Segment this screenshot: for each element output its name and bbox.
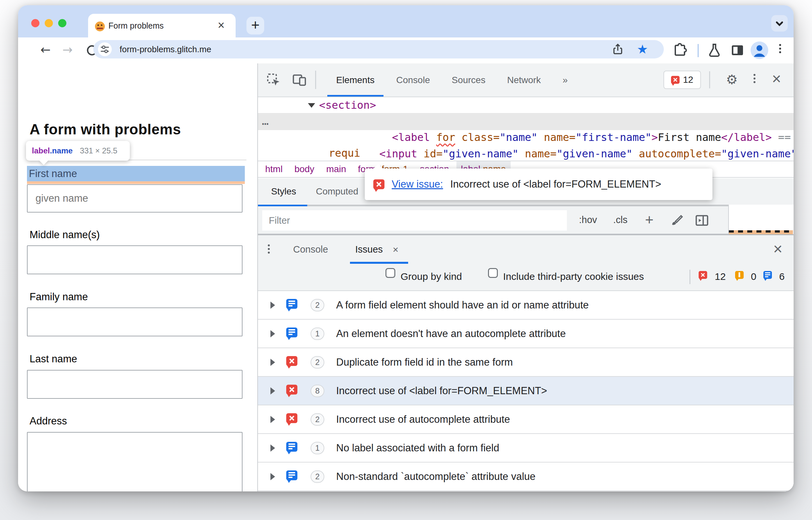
third-party-checkbox[interactable] — [488, 268, 498, 278]
tab-sources[interactable]: Sources — [441, 63, 496, 97]
issue-row[interactable]: 1 No label associated with a form field — [258, 434, 794, 463]
issue-row[interactable]: 1 An element doesn't have an autocomplet… — [258, 320, 794, 348]
issue-title[interactable]: Incorrect use of autocomplete attribute — [336, 405, 510, 434]
tab-computed[interactable]: Computed — [306, 178, 368, 205]
given-name-input[interactable] — [27, 184, 243, 212]
issue-row-selected[interactable]: 8 Incorrect use of <label for=FORM_ELEME… — [258, 377, 794, 405]
issue-title[interactable]: Duplicate form field id in the same form — [336, 348, 513, 377]
code-token: "given-name" — [557, 148, 633, 160]
issue-title[interactable]: A form field element should have an id o… — [336, 291, 589, 320]
tab-elements[interactable]: Elements — [325, 63, 385, 97]
tab-styles[interactable]: Styles — [261, 178, 306, 205]
back-button[interactable]: ← — [41, 37, 51, 63]
browser-tab[interactable]: Form problems × — [88, 14, 236, 37]
issue-row[interactable]: 2 A form field element should have an id… — [258, 291, 794, 320]
computed-sidebar-toggle-icon[interactable] — [694, 213, 709, 228]
drawer-menu-kebab-icon[interactable] — [268, 244, 270, 254]
dom-gutter-more-icon[interactable]: … — [262, 113, 269, 129]
issue-count-badge: 1 — [310, 442, 324, 454]
dom-selected-row[interactable]: … <label for class="name" name="first-na… — [258, 113, 794, 130]
expand-icon[interactable] — [271, 473, 275, 480]
browser-window: Form problems × + ← → form-prob — [18, 5, 794, 491]
tab-console[interactable]: Console — [385, 63, 441, 97]
new-tab-button[interactable]: + — [247, 17, 264, 34]
middle-name-input[interactable] — [27, 245, 243, 274]
device-toolbar-icon[interactable] — [292, 73, 307, 88]
group-by-kind-label[interactable]: Group by kind — [401, 264, 462, 290]
inspected-first-name-label[interactable]: First name — [27, 166, 245, 181]
inspect-overlay-tooltip: label.name331 × 25.5 — [26, 141, 130, 161]
class-toggle-button[interactable]: .cls — [613, 206, 628, 234]
address-bar[interactable]: form-problems.glitch.me ★ — [93, 40, 664, 58]
last-name-input[interactable] — [27, 370, 243, 399]
warning-bubble-icon — [735, 271, 744, 279]
tab-network[interactable]: Network — [496, 63, 552, 97]
tab-search-button[interactable] — [771, 15, 788, 31]
extensions-icon[interactable] — [672, 42, 688, 58]
inspect-element-icon[interactable] — [266, 73, 281, 88]
family-name-input[interactable] — [27, 308, 243, 336]
url-text[interactable]: form-problems.glitch.me — [120, 40, 211, 58]
issue-row[interactable]: 2 Incorrect use of autocomplete attribut… — [258, 405, 794, 434]
expand-icon[interactable] — [271, 330, 275, 337]
rendering-brush-icon[interactable] — [669, 213, 685, 228]
devtools-close-icon[interactable]: × — [772, 63, 781, 94]
side-panel-icon[interactable] — [730, 42, 745, 58]
traffic-close-button[interactable] — [31, 19, 40, 27]
issue-title[interactable]: An element doesn't have an autocomplete … — [336, 320, 566, 348]
drawer-tab-console[interactable]: Console — [293, 235, 328, 264]
expand-icon[interactable] — [271, 444, 275, 452]
view-issue-link[interactable]: View issue: — [392, 178, 443, 190]
code-token: "given-name" — [721, 148, 794, 160]
code-token: "given-name" — [442, 148, 518, 160]
expand-triangle-icon[interactable] — [308, 103, 315, 108]
group-by-kind-checkbox[interactable] — [385, 268, 395, 278]
crumb-main[interactable]: main — [326, 164, 346, 175]
issue-title[interactable]: Incorrect use of <label for=FORM_ELEMENT… — [336, 377, 547, 405]
issue-title[interactable]: No label associated with a form field — [336, 434, 499, 463]
devtools-menu-kebab-icon[interactable] — [754, 74, 756, 83]
profile-avatar[interactable] — [750, 41, 769, 59]
info-bubble-icon — [286, 442, 297, 452]
crumb-body[interactable]: body — [295, 164, 314, 175]
issues-tab-close-icon[interactable]: × — [393, 235, 399, 264]
margin-overlay — [27, 181, 245, 184]
styles-filter-input[interactable] — [262, 210, 567, 231]
tab-close-icon[interactable]: × — [214, 19, 228, 32]
bookmark-star-icon[interactable]: ★ — [637, 40, 648, 58]
third-party-label[interactable]: Include third-party cookie issues — [503, 264, 644, 290]
share-button[interactable] — [611, 43, 624, 56]
expand-icon[interactable] — [271, 359, 275, 366]
error-bubble-icon — [286, 356, 297, 366]
address-label: Address — [30, 415, 67, 427]
hover-state-button[interactable]: :hov — [579, 206, 597, 234]
issues-count-button[interactable]: 12 — [663, 71, 701, 89]
issue-count-badge: 2 — [310, 470, 324, 483]
drawer-close-icon[interactable]: × — [773, 235, 782, 263]
middle-name-label: Middle name(s) — [30, 229, 100, 241]
new-style-rule-plus-button[interactable]: + — [645, 206, 654, 234]
forward-button[interactable]: → — [62, 37, 73, 63]
traffic-minimize-button[interactable] — [45, 19, 53, 27]
settings-gear-icon[interactable]: ⚙ — [726, 63, 738, 96]
more-tabs-chevron[interactable]: » — [552, 63, 579, 97]
issue-row[interactable]: 2 Non-standard `autocomplete` attribute … — [258, 463, 794, 491]
address-toolbar: ← → form-problems.glitch.me ★ — [18, 37, 794, 63]
splitter-dashed-indicator[interactable] — [729, 230, 793, 234]
experiments-flask-icon[interactable] — [707, 42, 722, 58]
expand-icon[interactable] — [271, 387, 275, 394]
drawer-tab-bar: Console Issues × × — [258, 235, 794, 264]
browser-menu-kebab-icon[interactable] — [779, 44, 781, 53]
dom-section-line[interactable]: <section> — [319, 97, 376, 113]
expand-icon[interactable] — [271, 302, 275, 309]
crumb-html[interactable]: html — [265, 164, 283, 175]
error-bubble-icon — [373, 179, 384, 189]
site-info-tune-icon — [98, 42, 112, 56]
site-settings-button[interactable] — [98, 42, 112, 56]
issue-row[interactable]: 2 Duplicate form field id in the same fo… — [258, 348, 794, 377]
traffic-zoom-button[interactable] — [58, 19, 67, 27]
drawer-tab-issues[interactable]: Issues — [355, 235, 383, 264]
address-textarea[interactable] — [27, 432, 243, 491]
expand-icon[interactable] — [271, 416, 275, 423]
issue-title[interactable]: Non-standard `autocomplete` attribute va… — [336, 463, 536, 491]
